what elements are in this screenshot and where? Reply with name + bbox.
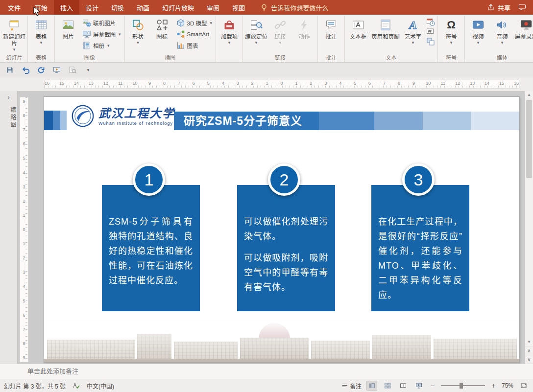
link-button[interactable]: 链接 ▾ xyxy=(268,16,292,53)
slide-counter[interactable]: 幻灯片 第 3 张，共 5 张 xyxy=(4,382,66,390)
tab-transitions[interactable]: 切换 xyxy=(105,0,130,15)
save-icon xyxy=(6,66,14,74)
slide-number-button[interactable] xyxy=(425,27,436,37)
video-label: 视频 xyxy=(472,33,484,40)
shapes-icon xyxy=(132,18,145,32)
quick-access-toolbar: ▾ xyxy=(0,63,533,77)
online-pictures-button[interactable]: 联机图片 xyxy=(80,17,123,28)
zoom-slider-thumb[interactable] xyxy=(460,383,463,389)
ruler-number: 2 xyxy=(249,81,255,86)
tab-slideshow[interactable]: 幻灯片放映 xyxy=(156,0,200,15)
tell-me-search[interactable]: 告诉我你想要做什么 xyxy=(260,0,328,15)
zoom-slider[interactable] xyxy=(441,385,485,386)
shapes-button[interactable]: 形状 ▾ xyxy=(126,16,150,53)
notes-area[interactable]: 单击此处添加备注 xyxy=(0,364,533,379)
ruler-number: 12 xyxy=(455,81,460,86)
group-name-images: 图像 xyxy=(56,54,123,62)
pictures-button[interactable]: 图片 xyxy=(56,16,80,53)
reading-view-button[interactable] xyxy=(398,381,409,391)
undo-button[interactable] xyxy=(21,65,30,75)
redo-button[interactable] xyxy=(36,65,46,75)
dropdown-caret-icon: ▾ xyxy=(501,41,504,45)
new-comment-button[interactable]: 批注 xyxy=(319,16,343,53)
comments-icon[interactable] xyxy=(518,3,526,11)
slide-title-banner[interactable]: 研究ZSM-5分子筛意义 xyxy=(174,112,519,130)
wordart-button[interactable]: A 艺术字 ▾ xyxy=(401,16,425,53)
ruler-number: 3 xyxy=(23,184,25,189)
scroll-up-arrow-icon[interactable]: ▲ xyxy=(525,91,533,99)
university-name-cn: 武汉工程大学 xyxy=(98,107,175,120)
vertical-scrollbar[interactable]: ▲ ▼ ∧ ∨ xyxy=(525,91,533,364)
tab-animations[interactable]: 动画 xyxy=(130,0,156,15)
expand-thumbnails-chevron-icon[interactable]: › xyxy=(0,93,17,101)
action-button[interactable]: 动作 xyxy=(292,16,316,53)
tab-design[interactable]: 设计 xyxy=(79,0,105,15)
thumbnails-panel-collapsed[interactable]: › 缩略图 xyxy=(0,91,18,364)
building-silhouette xyxy=(137,334,171,359)
symbol-button[interactable]: Ω 符号 ▾ xyxy=(439,16,463,53)
icons-button[interactable]: 图标 xyxy=(150,16,174,53)
zoom-links-button[interactable]: 缩放定位 ▾ xyxy=(244,16,268,53)
content-card-1[interactable]: ZSM-5分子筛具有独特的孔道结构、良好的热稳定性和催化性能，可在石油炼化过程中… xyxy=(102,185,200,311)
tab-view[interactable]: 视图 xyxy=(226,0,251,15)
object-button[interactable] xyxy=(425,37,436,46)
group-name-links: 链接 xyxy=(244,54,316,62)
normal-view-button[interactable] xyxy=(366,381,377,391)
print-preview-button[interactable] xyxy=(68,65,77,75)
tab-review[interactable]: 审阅 xyxy=(200,0,226,15)
smartart-button[interactable]: SmartArt xyxy=(174,28,214,40)
next-slide-button[interactable]: ∨ xyxy=(525,355,533,364)
action-lightning-icon xyxy=(298,18,311,32)
language-indicator[interactable]: 中文(中国) xyxy=(87,382,114,390)
new-slide-button[interactable]: 新建幻灯片 ▾ xyxy=(2,16,26,53)
tab-file[interactable]: 文件 xyxy=(0,0,28,15)
step-circle-3[interactable]: 3 xyxy=(402,163,435,196)
start-slideshow-button[interactable] xyxy=(52,65,62,75)
zoom-out-button[interactable]: − xyxy=(429,382,436,390)
building-silhouette xyxy=(174,342,238,359)
photo-album-label: 相册 xyxy=(93,42,104,49)
date-time-button[interactable] xyxy=(425,17,436,27)
ruler-number: 12 xyxy=(103,81,109,86)
ruler-number: 7 xyxy=(382,81,388,86)
table-button[interactable]: 表格 ▾ xyxy=(29,16,53,53)
3d-models-button[interactable]: 3D 模型 ▾ xyxy=(174,17,214,28)
video-button[interactable]: 视频 ▾ xyxy=(466,16,490,53)
building-silhouette xyxy=(434,339,517,359)
step-circle-2[interactable]: 2 xyxy=(268,163,300,196)
zoom-in-button[interactable]: + xyxy=(490,382,497,390)
dropdown-caret-icon: ▾ xyxy=(279,41,282,45)
addins-button[interactable]: 加载项 ▾ xyxy=(218,16,241,53)
dropdown-caret-icon: ▾ xyxy=(412,41,414,45)
ruler-number: 9 xyxy=(411,81,416,86)
ruler-number: 1 xyxy=(293,81,299,86)
university-logo[interactable]: 武汉工程大学 Wuhan Institute of Technology xyxy=(72,105,175,127)
step-circle-1[interactable]: 1 xyxy=(133,163,165,196)
online-pictures-label: 联机图片 xyxy=(93,19,116,27)
scrollbar-thumb[interactable] xyxy=(526,100,532,178)
photo-album-button[interactable]: 相册 ▾ xyxy=(80,40,123,51)
slide-sorter-view-button[interactable] xyxy=(382,381,393,391)
tab-insert[interactable]: 插入 xyxy=(54,0,79,15)
zoom-percentage[interactable]: 75% xyxy=(502,382,513,389)
notes-toggle-button[interactable]: 备注 xyxy=(341,382,362,390)
chart-button[interactable]: 图表 xyxy=(174,40,214,51)
qat-dropdown-caret[interactable]: ▾ xyxy=(83,65,93,75)
previous-slide-button[interactable]: ∧ xyxy=(525,346,533,355)
audio-button[interactable]: 音频 ▾ xyxy=(490,16,514,53)
content-card-3[interactable]: 在化工生产过程中，是很好的“择形反应”催化剂，还能参与MTO、甲苯歧化、二甲苯异… xyxy=(371,185,469,311)
fit-slide-button[interactable] xyxy=(518,381,529,391)
dropdown-caret-icon: ▾ xyxy=(210,21,212,25)
screenshot-button[interactable]: 屏幕截图 ▾ xyxy=(80,28,123,40)
screen-recording-button[interactable]: 屏幕录制 xyxy=(514,16,533,53)
scroll-down-arrow-icon[interactable]: ▼ xyxy=(525,338,533,346)
header-footer-button[interactable]: 页眉和页脚 xyxy=(370,16,401,53)
spellcheck-icon[interactable] xyxy=(73,382,80,389)
save-button[interactable] xyxy=(5,65,15,75)
text-box-button[interactable]: 文本框 xyxy=(346,16,370,53)
slide-canvas[interactable]: 武汉工程大学 Wuhan Institute of Technology 研究Z… xyxy=(44,97,519,362)
content-card-2[interactable]: 可以做催化剂处理污染气体。 可以做吸附剂，吸附空气中的甲醛等有毒有害气体。 xyxy=(237,185,335,311)
slideshow-view-button[interactable] xyxy=(413,381,424,391)
card-paragraph: ZSM-5分子筛具有独特的孔道结构、良好的热稳定性和催化性能，可在石油炼化过程中… xyxy=(109,214,193,288)
share-button[interactable]: 共享 xyxy=(487,3,510,12)
